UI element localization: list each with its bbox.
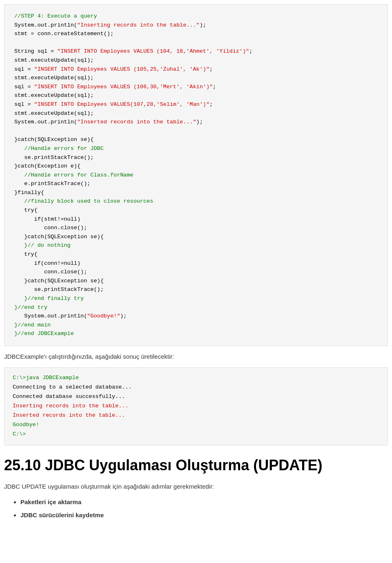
code-line-33: }//end finally try xyxy=(14,295,84,302)
list-item-2: JDBC sürücülerini kaydetme xyxy=(20,510,388,520)
output-line-4: Inserting records into the table... xyxy=(13,403,129,409)
output-block-container: C:\>java JDBCExample Connecting to a sel… xyxy=(0,367,392,445)
code-line-29: if(conn!=null) xyxy=(14,260,80,266)
code-line-23: try{ xyxy=(14,207,38,213)
output-line-6: Goodbye! xyxy=(13,422,39,428)
code-line-20: e.printStackTrace(); xyxy=(14,181,90,187)
code-line-19: //Handle errors for Class.forName xyxy=(14,172,134,178)
section-description: JDBC UPDATE uygulaması oluşturmak için a… xyxy=(4,481,388,492)
bullet-list: Paketleri içe aktarma JDBC sürücülerini … xyxy=(20,497,388,520)
code-line-28: try{ xyxy=(14,251,38,257)
list-item-2-text: JDBC sürücülerini kaydetme xyxy=(20,512,104,518)
code-line-6: stmt.executeUpdate(sql); xyxy=(14,57,94,63)
code-line-22: //finally block used to close resources xyxy=(14,198,153,204)
run-description: JDBCExample'ı çalıştırdığınızda, aşağıda… xyxy=(4,352,388,362)
code-line-11: sql = "INSERT INTO Employees VALUES(107,… xyxy=(14,101,213,107)
code-line-15: }catch(SQLException se){ xyxy=(14,136,94,143)
code-line-5: String sql = "INSERT INTO Employees VALU… xyxy=(14,48,252,54)
code-line-1: //STEP 4: Execute a query xyxy=(14,13,97,19)
output-line-7: C:\> xyxy=(13,431,26,437)
code-line-36: }//end main xyxy=(14,322,51,328)
output-block: C:\>java JDBCExample Connecting to a sel… xyxy=(4,367,388,445)
output-line-5: Inserted records into the table... xyxy=(13,412,125,418)
output-line-1: C:\>java JDBCExample xyxy=(13,375,79,381)
code-line-18: }catch(Exception e){ xyxy=(14,163,80,169)
list-item-1-text: Paketleri içe aktarma xyxy=(20,498,81,505)
output-line-3: Connected database successfully... xyxy=(13,393,125,400)
code-line-3: stmt = conn.createStatement(); xyxy=(14,31,114,37)
code-line-34: }//end try xyxy=(14,304,47,311)
code-line-30: conn.close(); xyxy=(14,269,87,275)
code-line-17: se.printStackTrace(); xyxy=(14,154,94,161)
code-line-9: sql = "INSERT INTO Employees VALUES (106… xyxy=(14,84,216,90)
code-line-21: }finally{ xyxy=(14,190,44,196)
list-item-1: Paketleri içe aktarma xyxy=(20,497,388,507)
code-line-32: se.printStackTrace(); xyxy=(14,286,104,293)
code-line-27: }// do nothing xyxy=(14,242,71,248)
code-line-37: }//end JDBCExample xyxy=(14,331,74,337)
code-line-16: //Handle errors for JDBC xyxy=(14,145,104,152)
section-heading: 25.10 JDBC Uygulaması Oluşturma (UPDATE) xyxy=(4,457,388,474)
code-line-7: sql = "INSERT INTO Employees VALUES (105… xyxy=(14,66,213,72)
output-line-2: Connecting to a selected database... xyxy=(13,384,132,390)
code-line-10: stmt.executeUpdate(sql); xyxy=(14,92,94,98)
code-line-12: stmt.executeUpdate(sql); xyxy=(14,110,94,116)
code-block-container: //STEP 4: Execute a query System.out.pri… xyxy=(0,4,392,346)
code-line-13: System.out.println("Inserted records int… xyxy=(14,119,203,125)
code-block: //STEP 4: Execute a query System.out.pri… xyxy=(4,4,388,346)
code-line-31: }catch(SQLException se){ xyxy=(14,278,104,284)
code-line-25: conn.close(); xyxy=(14,225,87,231)
code-line-26: }catch(SQLException se){ xyxy=(14,234,104,240)
code-line-8: stmt.executeUpdate(sql); xyxy=(14,75,94,81)
code-line-24: if(stmt!=null) xyxy=(14,216,80,222)
code-line-35: System.out.println("Goodbye!"); xyxy=(14,313,127,319)
code-line-2: System.out.println("Inserting records in… xyxy=(14,22,206,28)
